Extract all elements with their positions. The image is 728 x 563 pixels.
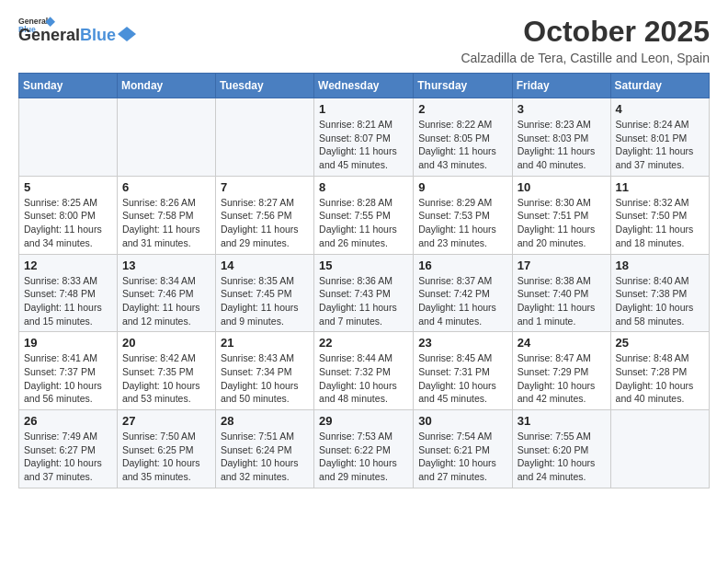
day-info: Sunrise: 8:42 AM Sunset: 7:35 PM Dayligh…	[122, 351, 210, 406]
header-monday: Monday	[117, 74, 215, 98]
table-row: 2Sunrise: 8:22 AM Sunset: 8:05 PM Daylig…	[414, 98, 512, 177]
day-number: 8	[319, 180, 408, 194]
day-info: Sunrise: 8:25 AM Sunset: 8:00 PM Dayligh…	[24, 196, 112, 250]
table-row: 15Sunrise: 8:36 AM Sunset: 7:43 PM Dayli…	[314, 254, 414, 332]
header-sunday: Sunday	[19, 74, 118, 98]
table-row: 22Sunrise: 8:44 AM Sunset: 7:32 PM Dayli…	[314, 332, 414, 410]
table-row: 31Sunrise: 7:55 AM Sunset: 6:20 PM Dayli…	[512, 410, 610, 488]
day-info: Sunrise: 8:40 AM Sunset: 7:38 PM Dayligh…	[616, 274, 704, 328]
table-row: 4Sunrise: 8:24 AM Sunset: 8:01 PM Daylig…	[610, 98, 709, 177]
table-row: 28Sunrise: 7:51 AM Sunset: 6:24 PM Dayli…	[215, 410, 313, 488]
table-row: 10Sunrise: 8:30 AM Sunset: 7:51 PM Dayli…	[512, 176, 610, 254]
calendar-week-row: 26Sunrise: 7:49 AM Sunset: 6:27 PM Dayli…	[19, 410, 710, 488]
calendar-header-row: Sunday Monday Tuesday Wednesday Thursday…	[19, 74, 710, 98]
day-number: 14	[221, 259, 309, 272]
day-number: 23	[418, 336, 506, 350]
day-number: 22	[319, 336, 408, 350]
table-row: 1Sunrise: 8:21 AM Sunset: 8:07 PM Daylig…	[314, 98, 414, 177]
day-info: Sunrise: 8:28 AM Sunset: 7:55 PM Dayligh…	[319, 196, 408, 250]
day-info: Sunrise: 8:38 AM Sunset: 7:40 PM Dayligh…	[518, 274, 606, 328]
day-info: Sunrise: 8:29 AM Sunset: 7:53 PM Dayligh…	[418, 196, 506, 250]
table-row: 19Sunrise: 8:41 AM Sunset: 7:37 PM Dayli…	[19, 332, 118, 410]
calendar-table: Sunday Monday Tuesday Wednesday Thursday…	[18, 73, 710, 488]
day-number: 25	[616, 336, 704, 350]
day-info: Sunrise: 8:35 AM Sunset: 7:45 PM Dayligh…	[221, 274, 309, 328]
day-number: 17	[518, 259, 606, 272]
day-number: 1	[319, 102, 408, 116]
table-row: 29Sunrise: 7:53 AM Sunset: 6:22 PM Dayli…	[314, 410, 414, 488]
page-header: General Blue General Blue October 2025 C…	[18, 15, 710, 65]
table-row: 24Sunrise: 8:47 AM Sunset: 7:29 PM Dayli…	[512, 332, 610, 410]
day-number: 27	[122, 414, 210, 428]
logo-blue-text: Blue	[80, 26, 116, 45]
day-number: 13	[122, 259, 210, 272]
day-number: 7	[221, 180, 309, 194]
day-info: Sunrise: 8:48 AM Sunset: 7:28 PM Dayligh…	[616, 351, 704, 406]
table-row: 18Sunrise: 8:40 AM Sunset: 7:38 PM Dayli…	[610, 254, 709, 332]
day-info: Sunrise: 8:47 AM Sunset: 7:29 PM Dayligh…	[518, 351, 606, 406]
header-friday: Friday	[512, 74, 610, 98]
table-row: 14Sunrise: 8:35 AM Sunset: 7:45 PM Dayli…	[215, 254, 313, 332]
day-info: Sunrise: 7:55 AM Sunset: 6:20 PM Dayligh…	[518, 430, 606, 484]
table-row: 6Sunrise: 8:26 AM Sunset: 7:58 PM Daylig…	[117, 176, 215, 254]
day-info: Sunrise: 8:21 AM Sunset: 8:07 PM Dayligh…	[319, 118, 408, 172]
day-info: Sunrise: 8:32 AM Sunset: 7:50 PM Dayligh…	[616, 196, 704, 250]
day-number: 10	[518, 180, 606, 194]
day-info: Sunrise: 8:24 AM Sunset: 8:01 PM Dayligh…	[616, 118, 704, 172]
day-info: Sunrise: 8:36 AM Sunset: 7:43 PM Dayligh…	[319, 274, 408, 328]
day-number: 29	[319, 414, 408, 428]
header-tuesday: Tuesday	[215, 74, 313, 98]
day-number: 26	[24, 414, 112, 428]
day-number: 12	[24, 259, 112, 272]
day-number: 15	[319, 259, 408, 272]
day-info: Sunrise: 8:33 AM Sunset: 7:48 PM Dayligh…	[24, 274, 112, 328]
header-wednesday: Wednesday	[314, 74, 414, 98]
day-info: Sunrise: 8:41 AM Sunset: 7:37 PM Dayligh…	[24, 351, 112, 406]
day-number: 28	[221, 414, 309, 428]
month-title: October 2025	[461, 15, 710, 49]
header-saturday: Saturday	[610, 74, 709, 98]
day-info: Sunrise: 8:44 AM Sunset: 7:32 PM Dayligh…	[319, 351, 408, 406]
day-number: 2	[418, 102, 506, 116]
table-row	[19, 98, 118, 177]
day-info: Sunrise: 8:23 AM Sunset: 8:03 PM Dayligh…	[518, 118, 606, 172]
day-number: 3	[518, 102, 606, 116]
day-info: Sunrise: 8:22 AM Sunset: 8:05 PM Dayligh…	[418, 118, 506, 172]
table-row: 21Sunrise: 8:43 AM Sunset: 7:34 PM Dayli…	[215, 332, 313, 410]
day-number: 19	[24, 336, 112, 350]
day-number: 21	[221, 336, 309, 350]
calendar-week-row: 5Sunrise: 8:25 AM Sunset: 8:00 PM Daylig…	[19, 176, 710, 254]
day-number: 5	[24, 180, 112, 194]
calendar-week-row: 12Sunrise: 8:33 AM Sunset: 7:48 PM Dayli…	[19, 254, 710, 332]
table-row: 9Sunrise: 8:29 AM Sunset: 7:53 PM Daylig…	[414, 176, 512, 254]
table-row: 17Sunrise: 8:38 AM Sunset: 7:40 PM Dayli…	[512, 254, 610, 332]
day-number: 16	[418, 259, 506, 272]
logo-general-text: General	[18, 26, 80, 45]
day-info: Sunrise: 7:51 AM Sunset: 6:24 PM Dayligh…	[221, 430, 309, 484]
table-row: 26Sunrise: 7:49 AM Sunset: 6:27 PM Dayli…	[19, 410, 118, 488]
day-info: Sunrise: 8:26 AM Sunset: 7:58 PM Dayligh…	[122, 196, 210, 250]
location-title: Calzadilla de Tera, Castille and Leon, S…	[461, 51, 710, 65]
day-info: Sunrise: 7:50 AM Sunset: 6:25 PM Dayligh…	[122, 430, 210, 484]
table-row: 8Sunrise: 8:28 AM Sunset: 7:55 PM Daylig…	[314, 176, 414, 254]
table-row: 13Sunrise: 8:34 AM Sunset: 7:46 PM Dayli…	[117, 254, 215, 332]
table-row: 12Sunrise: 8:33 AM Sunset: 7:48 PM Dayli…	[19, 254, 118, 332]
table-row: 7Sunrise: 8:27 AM Sunset: 7:56 PM Daylig…	[215, 176, 313, 254]
day-info: Sunrise: 7:49 AM Sunset: 6:27 PM Dayligh…	[24, 430, 112, 484]
day-info: Sunrise: 8:27 AM Sunset: 7:56 PM Dayligh…	[221, 196, 309, 250]
day-info: Sunrise: 8:45 AM Sunset: 7:31 PM Dayligh…	[418, 351, 506, 406]
svg-marker-3	[118, 27, 136, 41]
day-number: 11	[616, 180, 704, 194]
day-info: Sunrise: 8:37 AM Sunset: 7:42 PM Dayligh…	[418, 274, 506, 328]
day-number: 30	[418, 414, 506, 428]
table-row: 25Sunrise: 8:48 AM Sunset: 7:28 PM Dayli…	[610, 332, 709, 410]
header-thursday: Thursday	[414, 74, 512, 98]
day-info: Sunrise: 7:54 AM Sunset: 6:21 PM Dayligh…	[418, 430, 506, 484]
table-row: 20Sunrise: 8:42 AM Sunset: 7:35 PM Dayli…	[117, 332, 215, 410]
table-row: 11Sunrise: 8:32 AM Sunset: 7:50 PM Dayli…	[610, 176, 709, 254]
day-number: 9	[418, 180, 506, 194]
day-number: 4	[616, 102, 704, 116]
table-row: 30Sunrise: 7:54 AM Sunset: 6:21 PM Dayli…	[414, 410, 512, 488]
day-number: 6	[122, 180, 210, 194]
table-row: 27Sunrise: 7:50 AM Sunset: 6:25 PM Dayli…	[117, 410, 215, 488]
